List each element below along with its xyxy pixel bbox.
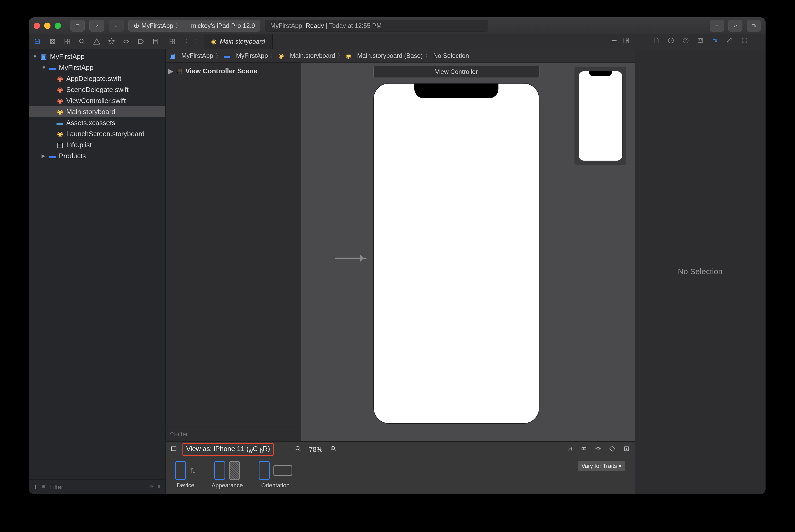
file-tree[interactable]: ▼▣MyFirstApp ▼▬MyFirstApp ◉AppDelegate.s… — [29, 49, 165, 479]
library-button[interactable] — [710, 20, 724, 32]
zoom-out-button[interactable] — [295, 445, 302, 454]
tree-folder-row[interactable]: ▶▬Products — [29, 150, 165, 162]
debug-navigator-tab[interactable] — [122, 38, 130, 45]
inspector-selector — [635, 34, 765, 49]
jump-bar[interactable]: ▣ MyFirstApp〉 ▬ MyFirstApp〉 ◉ Main.story… — [166, 49, 635, 62]
canvas-bottom-bar: View as: iPhone 11 (wC hR) 78% — [166, 441, 635, 494]
inspector-empty-label: No Selection — [678, 267, 722, 276]
embed-button[interactable] — [609, 445, 616, 454]
svg-rect-15 — [68, 42, 70, 44]
svg-rect-13 — [68, 39, 70, 41]
history-inspector-tab[interactable] — [667, 37, 674, 46]
find-navigator-tab[interactable] — [78, 38, 86, 45]
stop-button[interactable] — [109, 20, 124, 32]
embed-in-button[interactable] — [623, 445, 630, 454]
device-frame[interactable] — [373, 83, 540, 424]
svg-rect-6 — [752, 24, 755, 27]
close-button[interactable] — [34, 23, 40, 29]
tree-project-row[interactable]: ▼▣MyFirstApp — [29, 51, 165, 62]
outline-filter-input[interactable] — [174, 431, 297, 438]
svg-rect-2 — [115, 25, 117, 26]
svg-point-40 — [714, 39, 715, 40]
tree-file-row[interactable]: ▬Assets.xcassets — [29, 117, 165, 128]
filter-icon — [170, 432, 174, 437]
scheme-device-label: mickey's iPad Pro 12.9 — [191, 22, 255, 30]
svg-point-16 — [80, 39, 83, 43]
connections-inspector-tab[interactable] — [741, 37, 748, 46]
minimize-button[interactable] — [44, 23, 51, 29]
attributes-inspector-tab[interactable] — [712, 37, 719, 46]
svg-rect-51 — [171, 446, 176, 451]
maximize-button[interactable] — [55, 23, 61, 29]
pin-button[interactable] — [581, 445, 587, 454]
editor-tab[interactable]: ◉ Main.storyboard — [204, 34, 272, 49]
size-inspector-tab[interactable] — [726, 37, 733, 46]
navigator-filter-input[interactable] — [50, 483, 145, 491]
adjust-editor-button[interactable] — [610, 37, 618, 46]
xcode-window: MyFirstApp 〉 mickey's iPad Pro 12.9 MyFi… — [29, 17, 765, 494]
project-navigator: ▼▣MyFirstApp ▼▬MyFirstApp ◉AppDelegate.s… — [29, 49, 166, 494]
scm-filter-button[interactable] — [157, 484, 161, 490]
add-button[interactable]: + — [33, 482, 38, 492]
recent-filter-button[interactable] — [149, 484, 153, 490]
svg-rect-22 — [172, 39, 174, 41]
filter-icon — [41, 484, 46, 490]
activity-view: MyFirstApp: Ready | Today at 12:55 PM — [265, 20, 488, 32]
toggle-outline-button[interactable] — [170, 445, 177, 454]
canvas-minimap[interactable] — [574, 67, 627, 165]
add-editor-button[interactable] — [623, 37, 630, 46]
svg-rect-24 — [172, 42, 174, 44]
code-review-button[interactable] — [728, 20, 742, 32]
editor-area: ▣ MyFirstApp〉 ▬ MyFirstApp〉 ◉ Main.story… — [166, 49, 635, 494]
test-navigator-tab[interactable] — [108, 38, 115, 45]
toggle-navigator-button[interactable] — [71, 20, 84, 32]
device-picker[interactable]: ⇅ Device — [175, 461, 196, 489]
run-button[interactable] — [89, 20, 104, 32]
svg-rect-8 — [35, 41, 39, 43]
tree-file-row[interactable]: ◉AppDelegate.swift — [29, 73, 165, 84]
vc-title-bar[interactable]: View Controller — [373, 66, 540, 78]
svg-rect-18 — [153, 39, 158, 44]
issue-navigator-tab[interactable] — [93, 38, 100, 45]
initial-vc-arrow — [335, 258, 366, 259]
appearance-picker[interactable]: Appearance — [212, 461, 243, 489]
interface-builder-canvas[interactable]: View Controller — [301, 62, 635, 441]
toggle-inspector-button[interactable] — [746, 20, 761, 32]
tree-file-row-selected[interactable]: ◉Main.storyboard — [29, 106, 165, 117]
vary-for-traits-button[interactable]: Vary for Traits ▾ — [578, 461, 625, 471]
svg-rect-63 — [584, 448, 586, 450]
symbol-navigator-tab[interactable] — [64, 38, 71, 45]
align-button[interactable] — [566, 445, 573, 454]
related-items-button[interactable] — [166, 34, 178, 49]
svg-line-57 — [334, 450, 336, 451]
forward-button[interactable]: 〉 — [191, 34, 204, 49]
resolve-issues-button[interactable] — [595, 445, 602, 454]
breakpoint-navigator-tab[interactable] — [137, 38, 145, 45]
tree-folder-row[interactable]: ▼▬MyFirstApp — [29, 62, 165, 73]
back-button[interactable]: 〈 — [178, 34, 191, 49]
editor-tab-label: Main.storyboard — [220, 38, 265, 45]
project-navigator-tab[interactable] — [34, 38, 41, 45]
identity-inspector-tab[interactable] — [697, 37, 704, 46]
tree-file-row[interactable]: ◉ViewController.swift — [29, 95, 165, 106]
zoom-level[interactable]: 78% — [309, 445, 323, 454]
file-inspector-tab[interactable] — [653, 37, 660, 46]
orientation-picker[interactable]: Orientation — [259, 461, 292, 489]
zoom-in-button[interactable] — [330, 445, 337, 454]
view-controller-scene[interactable]: View Controller — [373, 66, 540, 424]
view-as-button[interactable]: View as: iPhone 11 (wC hR) — [183, 443, 274, 456]
source-control-navigator-tab[interactable] — [49, 38, 56, 45]
help-inspector-tab[interactable] — [682, 37, 689, 46]
svg-point-41 — [715, 40, 716, 41]
svg-rect-0 — [76, 24, 79, 27]
tree-file-row[interactable]: ◉SceneDelegate.swift — [29, 84, 165, 95]
svg-rect-64 — [597, 448, 600, 450]
report-navigator-tab[interactable] — [152, 38, 159, 45]
tree-file-row[interactable]: ▤Info.plist — [29, 139, 165, 150]
svg-rect-60 — [568, 447, 571, 450]
inspector-panel: No Selection — [635, 49, 765, 494]
outline-scene-row[interactable]: ▶▦View Controller Scene — [168, 66, 298, 76]
tree-file-row[interactable]: ◉LaunchScreen.storyboard — [29, 128, 165, 139]
scheme-selector[interactable]: MyFirstApp 〉 mickey's iPad Pro 12.9 — [128, 20, 260, 32]
storyboard-icon: ◉ — [211, 38, 216, 45]
